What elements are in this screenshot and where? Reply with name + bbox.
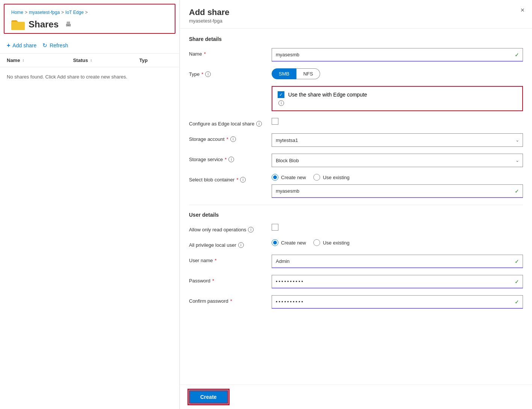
confirm-password-required: * bbox=[230, 298, 232, 304]
add-share-label: Add share bbox=[12, 42, 36, 48]
user-create-new-option[interactable]: Create new bbox=[272, 239, 306, 246]
breadcrumb-section[interactable]: IoT Edge bbox=[65, 10, 83, 15]
edge-compute-spacer bbox=[189, 86, 272, 89]
username-control: ✓ bbox=[272, 255, 523, 268]
table-header: Name ↕ Status ↕ Typ bbox=[0, 54, 179, 67]
blob-create-new-option[interactable]: Create new bbox=[272, 174, 306, 181]
blob-container-radio-group: Create new Use existing bbox=[272, 174, 523, 181]
password-label: Password * bbox=[189, 275, 272, 284]
user-use-existing-label: Use existing bbox=[323, 240, 349, 246]
storage-service-row: Storage service * i Block Blob ⌄ bbox=[189, 154, 523, 167]
storage-service-label: Storage service * i bbox=[189, 154, 272, 162]
name-sort-icon[interactable]: ↕ bbox=[22, 58, 24, 62]
privilege-user-row: All privilege local user i Create new Us… bbox=[189, 239, 523, 248]
add-share-button[interactable]: + Add share bbox=[7, 42, 36, 49]
edge-compute-checkbox[interactable]: ✓ bbox=[278, 91, 284, 98]
blob-container-label: Select blob container * i bbox=[189, 174, 272, 183]
section-share-details: Share details bbox=[189, 36, 523, 42]
username-input[interactable] bbox=[272, 255, 523, 268]
page-title: Shares bbox=[29, 19, 59, 30]
close-button[interactable]: × bbox=[520, 7, 524, 14]
username-check-icon: ✓ bbox=[515, 258, 519, 264]
password-row: Password * ✓ bbox=[189, 275, 523, 288]
storage-account-info-icon: i bbox=[230, 136, 236, 142]
confirm-password-input-wrapper: ✓ bbox=[272, 295, 523, 309]
edge-compute-label: Use the share with Edge compute bbox=[288, 92, 367, 98]
user-create-new-radio[interactable] bbox=[272, 239, 278, 246]
edge-compute-info-icon: i bbox=[278, 100, 284, 106]
allow-read-checkbox[interactable] bbox=[272, 224, 278, 231]
blob-create-new-label: Create new bbox=[281, 175, 306, 180]
edge-compute-checkbox-row[interactable]: ✓ Use the share with Edge compute bbox=[278, 91, 517, 98]
blob-container-input-wrapper: ✓ bbox=[272, 184, 523, 198]
drawer-subtitle: myasetest-fpga bbox=[189, 18, 523, 24]
password-required: * bbox=[212, 278, 214, 284]
blob-container-check-icon: ✓ bbox=[515, 188, 519, 194]
password-input-wrapper: ✓ bbox=[272, 275, 523, 288]
password-check-icon: ✓ bbox=[515, 279, 519, 285]
print-icon[interactable]: 🖶 bbox=[65, 21, 71, 28]
empty-message: No shares found. Click Add share to crea… bbox=[0, 67, 179, 86]
password-input[interactable] bbox=[272, 275, 523, 288]
storage-account-control: mytestsa1 ⌄ bbox=[272, 133, 523, 147]
storage-service-dropdown[interactable]: Block Blob bbox=[272, 154, 523, 167]
col-name-label: Name bbox=[7, 57, 20, 63]
allow-read-row: Allow only read operations i bbox=[189, 224, 523, 232]
col-status-label: Status bbox=[73, 57, 88, 63]
storage-account-dropdown[interactable]: mytestsa1 bbox=[272, 133, 523, 147]
privilege-user-control: Create new Use existing bbox=[272, 239, 523, 246]
refresh-button[interactable]: ↻ Refresh bbox=[42, 42, 68, 49]
confirm-password-input[interactable] bbox=[272, 295, 523, 309]
blob-create-new-radio[interactable] bbox=[272, 174, 278, 181]
type-toggle: SMB NFS bbox=[272, 68, 523, 79]
storage-account-label: Storage account * i bbox=[189, 133, 272, 142]
allow-read-control bbox=[272, 224, 523, 231]
smb-toggle[interactable]: SMB bbox=[272, 68, 296, 79]
nfs-toggle[interactable]: NFS bbox=[296, 68, 320, 79]
folder-icon bbox=[11, 19, 25, 30]
edge-local-checkbox[interactable] bbox=[272, 118, 278, 125]
edge-compute-row: ✓ Use the share with Edge compute i bbox=[189, 86, 523, 111]
confirm-password-label: Confirm password * bbox=[189, 295, 272, 304]
create-button[interactable]: Create bbox=[189, 390, 228, 404]
storage-account-dropdown-wrapper: mytestsa1 ⌄ bbox=[272, 133, 523, 147]
drawer-footer: Create bbox=[180, 385, 532, 409]
type-info-icon: i bbox=[205, 71, 211, 77]
plus-icon: + bbox=[7, 42, 10, 49]
blob-container-required: * bbox=[236, 177, 238, 183]
breadcrumb-home[interactable]: Home bbox=[11, 10, 23, 15]
breadcrumb-sep1: > bbox=[25, 10, 27, 15]
refresh-icon: ↻ bbox=[42, 42, 47, 49]
allow-read-info-icon: i bbox=[248, 227, 254, 232]
user-use-existing-radio[interactable] bbox=[313, 239, 320, 246]
storage-account-required: * bbox=[227, 136, 228, 142]
privilege-user-radio-group: Create new Use existing bbox=[272, 239, 523, 246]
blob-use-existing-option[interactable]: Use existing bbox=[313, 174, 349, 181]
edge-local-info-icon: i bbox=[256, 121, 262, 127]
storage-service-required: * bbox=[225, 157, 227, 162]
drawer-header: Add share myasetest-fpga × bbox=[180, 0, 532, 29]
blob-create-new-radio-inner bbox=[273, 175, 277, 179]
blob-container-control: Create new Use existing ✓ bbox=[272, 174, 523, 198]
breadcrumb-device[interactable]: myasetest-fpga bbox=[29, 10, 60, 15]
username-required: * bbox=[215, 258, 217, 263]
confirm-password-check-icon: ✓ bbox=[515, 299, 519, 305]
breadcrumb-sep3: > bbox=[85, 10, 88, 15]
user-use-existing-option[interactable]: Use existing bbox=[313, 239, 349, 246]
name-required: * bbox=[204, 51, 206, 57]
toolbar: + Add share ↻ Refresh bbox=[0, 38, 179, 54]
type-row: Type * i SMB NFS bbox=[189, 68, 523, 79]
blob-use-existing-radio[interactable] bbox=[313, 174, 320, 181]
drawer-body: Share details Name * ✓ Type * i bbox=[180, 29, 532, 385]
col-type-label: Typ bbox=[139, 57, 148, 63]
breadcrumb: Home > myasetest-fpga > IoT Edge > bbox=[11, 10, 168, 15]
type-required: * bbox=[201, 71, 203, 77]
privilege-user-label: All privilege local user i bbox=[189, 239, 272, 248]
storage-service-info-icon: i bbox=[228, 157, 234, 162]
storage-account-row: Storage account * i mytestsa1 ⌄ bbox=[189, 133, 523, 147]
svg-rect-1 bbox=[11, 23, 25, 30]
status-sort-icon[interactable]: ↕ bbox=[90, 58, 92, 62]
blob-container-input[interactable] bbox=[272, 184, 523, 198]
section-user-details: User details bbox=[189, 212, 523, 218]
name-input[interactable] bbox=[272, 48, 523, 62]
